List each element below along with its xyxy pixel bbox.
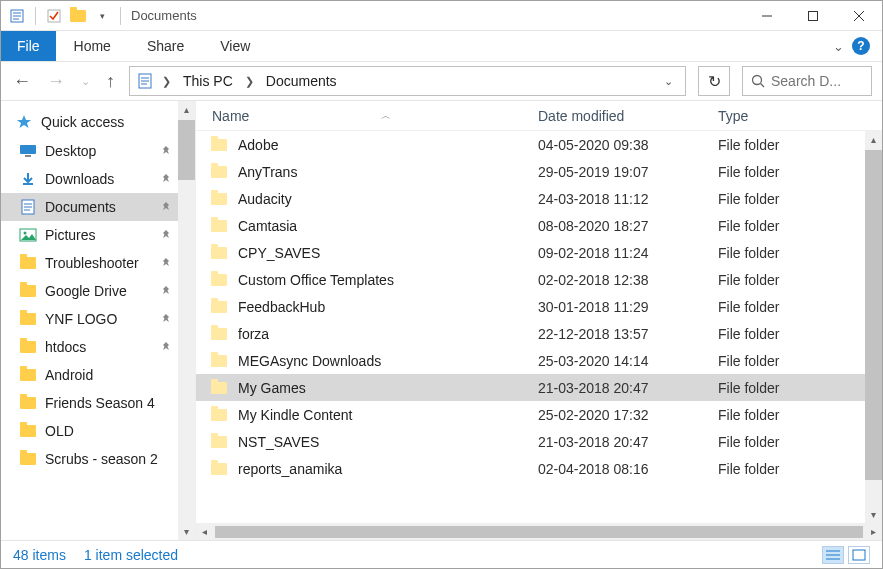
minimize-button[interactable] (744, 1, 790, 31)
file-row[interactable]: forza22-12-2018 13:57File folder (196, 320, 865, 347)
file-row[interactable]: MEGAsync Downloads25-03-2020 14:14File f… (196, 347, 865, 374)
file-list: Adobe04-05-2020 09:38File folderAnyTrans… (196, 131, 865, 523)
file-list-scrollbar[interactable]: ▴ ▾ (865, 131, 882, 523)
tab-share[interactable]: Share (129, 31, 202, 61)
file-row[interactable]: AnyTrans29-05-2019 19:07File folder (196, 158, 865, 185)
file-row[interactable]: Custom Office Templates02-02-2018 12:38F… (196, 266, 865, 293)
back-button[interactable]: ← (11, 71, 33, 92)
column-header-date[interactable]: Date modified (522, 108, 702, 124)
sidebar-quick-access[interactable]: Quick access (1, 107, 178, 137)
scroll-thumb[interactable] (215, 526, 863, 538)
scroll-down-icon[interactable]: ▾ (178, 523, 195, 540)
window-controls (744, 1, 882, 31)
file-row[interactable]: Audacity24-03-2018 11:12File folder (196, 185, 865, 212)
help-icon[interactable]: ? (852, 37, 870, 55)
sidebar-item[interactable]: Desktop (1, 137, 178, 165)
scroll-right-icon[interactable]: ▸ (865, 523, 882, 540)
file-row[interactable]: NST_SAVES21-03-2018 20:47File folder (196, 428, 865, 455)
scroll-up-icon[interactable]: ▴ (865, 131, 882, 148)
sidebar-item[interactable]: OLD (1, 417, 178, 445)
column-header-type[interactable]: Type (702, 108, 865, 124)
sidebar-item[interactable]: Downloads (1, 165, 178, 193)
file-tab[interactable]: File (1, 31, 56, 61)
sidebar-item[interactable]: YNF LOGO (1, 305, 178, 333)
properties-icon[interactable] (7, 6, 27, 26)
qat-dropdown-icon[interactable]: ▾ (92, 6, 112, 26)
sidebar-item-label: htdocs (45, 339, 86, 355)
window-title: Documents (131, 8, 197, 23)
file-type: File folder (702, 218, 865, 234)
horizontal-scrollbar[interactable]: ◂ ▸ (196, 523, 882, 540)
tab-view[interactable]: View (202, 31, 268, 61)
scroll-down-icon[interactable]: ▾ (865, 506, 882, 523)
folder-icon (210, 191, 228, 207)
recent-menu-icon[interactable]: ⌄ (79, 75, 92, 88)
folder-icon (19, 367, 37, 383)
pin-icon (160, 229, 172, 241)
file-date: 02-02-2018 12:38 (522, 272, 702, 288)
pin-icon (160, 285, 172, 297)
sidebar-section-label: Quick access (41, 114, 124, 130)
sidebar-item[interactable]: htdocs (1, 333, 178, 361)
scroll-left-icon[interactable]: ◂ (196, 523, 213, 540)
file-name: forza (238, 326, 269, 342)
file-row[interactable]: Camtasia08-08-2020 18:27File folder (196, 212, 865, 239)
search-input[interactable] (771, 73, 851, 89)
sidebar-scrollbar[interactable]: ▴ ▾ (178, 101, 195, 540)
file-type: File folder (702, 380, 865, 396)
pin-icon (160, 313, 172, 325)
chevron-right-icon[interactable]: ❯ (241, 75, 258, 88)
up-button[interactable]: ↑ (104, 71, 117, 92)
svg-line-14 (761, 84, 765, 88)
folder-icon (19, 255, 37, 271)
folder-icon (19, 395, 37, 411)
folder-icon (19, 311, 37, 327)
address-bar[interactable]: ❯ This PC ❯ Documents ⌄ (129, 66, 686, 96)
file-date: 24-03-2018 11:12 (522, 191, 702, 207)
file-row[interactable]: CPY_SAVES09-02-2018 11:24File folder (196, 239, 865, 266)
sidebar-item[interactable]: Friends Season 4 (1, 389, 178, 417)
breadcrumb-item[interactable]: Documents (262, 73, 341, 89)
sidebar-item[interactable]: Android (1, 361, 178, 389)
details-view-button[interactable] (822, 546, 844, 564)
tab-home[interactable]: Home (56, 31, 129, 61)
file-date: 25-03-2020 14:14 (522, 353, 702, 369)
scroll-thumb[interactable] (178, 120, 195, 180)
sidebar-item[interactable]: Google Drive (1, 277, 178, 305)
sidebar-item[interactable]: Troubleshooter (1, 249, 178, 277)
maximize-button[interactable] (790, 1, 836, 31)
file-row[interactable]: FeedbackHub30-01-2018 11:29File folder (196, 293, 865, 320)
large-icons-view-button[interactable] (848, 546, 870, 564)
chevron-down-icon[interactable]: ⌄ (833, 39, 844, 54)
ribbon: File Home Share View ⌄ ? (1, 31, 882, 61)
close-button[interactable] (836, 1, 882, 31)
breadcrumb-item[interactable]: This PC (179, 73, 237, 89)
pin-icon (160, 145, 172, 157)
column-header-name[interactable]: Name ︿ (196, 108, 522, 124)
file-name: Custom Office Templates (238, 272, 394, 288)
forward-button[interactable]: → (45, 71, 67, 92)
file-type: File folder (702, 461, 865, 477)
file-date: 04-05-2020 09:38 (522, 137, 702, 153)
address-dropdown-icon[interactable]: ⌄ (658, 75, 679, 88)
file-date: 25-02-2020 17:32 (522, 407, 702, 423)
file-row[interactable]: reports_anamika02-04-2018 08:16File fold… (196, 455, 865, 482)
file-row[interactable]: My Kindle Content25-02-2020 17:32File fo… (196, 401, 865, 428)
file-row[interactable]: Adobe04-05-2020 09:38File folder (196, 131, 865, 158)
pin-icon (160, 341, 172, 353)
sidebar: Quick access DesktopDownloadsDocumentsPi… (1, 101, 196, 540)
sidebar-item[interactable]: Pictures (1, 221, 178, 249)
titlebar: ▾ Documents (1, 1, 882, 31)
search-box[interactable] (742, 66, 872, 96)
scroll-up-icon[interactable]: ▴ (178, 101, 195, 118)
file-row[interactable]: My Games21-03-2018 20:47File folder (196, 374, 865, 401)
folder-icon[interactable] (68, 6, 88, 26)
chevron-right-icon[interactable]: ❯ (158, 75, 175, 88)
sidebar-item[interactable]: Documents (1, 193, 178, 221)
checkbox-icon[interactable] (44, 6, 64, 26)
refresh-button[interactable]: ↻ (698, 66, 730, 96)
file-type: File folder (702, 353, 865, 369)
scroll-thumb[interactable] (865, 150, 882, 480)
star-icon (15, 114, 33, 130)
sidebar-item[interactable]: Scrubs - season 2 (1, 445, 178, 473)
